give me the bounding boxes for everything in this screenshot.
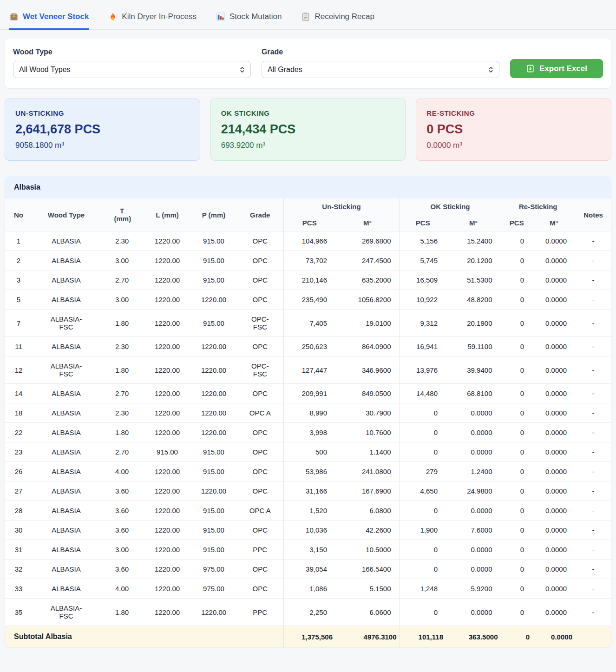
- cell-t-mm: 3.60: [100, 520, 144, 540]
- cell-ok-m3: 1.2400: [446, 462, 501, 481]
- col-un-m3: M³: [335, 215, 400, 231]
- cell-re-m3: 0.0000: [532, 520, 575, 540]
- cell-no: 14: [5, 384, 33, 403]
- cell-notes: -: [575, 423, 611, 442]
- cell-ok-m3: 0.0000: [446, 560, 501, 579]
- cell-grade: OPC: [237, 251, 283, 270]
- cell-re-pcs: 0: [501, 290, 532, 310]
- tab-label: Kiln Dryer In-Process: [122, 12, 197, 21]
- ok-sticking-card: OK STICKING 214,434 PCS 693.9200 m³: [210, 99, 406, 161]
- table-row: 26ALBASIA4.001220.00915.00OPC53,986241.0…: [5, 462, 611, 481]
- tab-stock-mutation[interactable]: Stock Mutation: [216, 12, 282, 30]
- cell-un-pcs: 73,702: [283, 251, 335, 270]
- cell-un-m3: 635.2000: [335, 270, 400, 290]
- cell-ok-pcs: 0: [400, 560, 446, 579]
- cell-t-mm: 3.00: [100, 251, 144, 270]
- cell-notes: -: [575, 231, 611, 251]
- cell-un-pcs: 3,998: [283, 423, 335, 442]
- cell-grade: OPC: [237, 231, 283, 251]
- cell-wood-type: ALBASIA: [33, 423, 100, 442]
- cell-wood-type: ALBASIA-FSC: [33, 356, 100, 384]
- cell-re-pcs: 0: [501, 270, 532, 290]
- cell-re-m3: 0.0000: [532, 290, 575, 310]
- cell-t-mm: 3.00: [100, 290, 144, 310]
- cell-un-m3: 241.0800: [335, 462, 400, 481]
- table-row: 30ALBASIA3.601220.00915.00OPC10,03642.26…: [5, 520, 611, 540]
- download-icon: [526, 64, 535, 73]
- cell-re-pcs: 0: [501, 560, 532, 579]
- cell-re-pcs: 0: [501, 520, 532, 540]
- cell-un-pcs: 7,405: [283, 310, 335, 337]
- tab-wet-veneer-stock[interactable]: Wet Veneer Stock: [9, 12, 89, 30]
- cell-un-m3: 269.6800: [335, 231, 400, 251]
- wood-type-label: Wood Type: [13, 48, 251, 56]
- export-excel-button[interactable]: Export Excel: [510, 59, 603, 78]
- cell-no: 31: [5, 540, 33, 560]
- cell-un-m3: 1.1400: [335, 442, 400, 462]
- cell-un-pcs: 250,623: [283, 337, 335, 356]
- cell-re-m3: 0.0000: [532, 310, 575, 337]
- cell-ok-pcs: 0: [400, 540, 446, 560]
- cell-no: 32: [5, 560, 33, 579]
- wood-type-select[interactable]: All Wood Types: [13, 61, 251, 78]
- col-grade: Grade: [237, 198, 283, 231]
- bar-chart-icon: [216, 12, 225, 21]
- table-row: 28ALBASIA3.601220.00915.00OPC A1,5206.08…: [5, 501, 611, 520]
- cell-ok-m3: 0.0000: [446, 442, 501, 462]
- cell-re-pcs: 0: [501, 540, 532, 560]
- cell-un-pcs: 39,054: [283, 560, 335, 579]
- cell-re-m3: 0.0000: [532, 270, 575, 290]
- cell-un-pcs: 127,447: [283, 356, 335, 384]
- cell-t-mm: 2.30: [100, 403, 144, 423]
- cell-ok-m3: 15.2400: [446, 231, 501, 251]
- cell-no: 33: [5, 579, 33, 599]
- cell-p-mm: 1220.00: [190, 403, 237, 423]
- cell-notes: -: [575, 481, 611, 501]
- chevron-updown-icon: [239, 66, 246, 73]
- cell-l-mm: 1220.00: [144, 501, 190, 520]
- col-ok-pcs: PCS: [400, 215, 446, 231]
- cell-l-mm: 1220.00: [144, 290, 190, 310]
- tab-label: Stock Mutation: [229, 12, 282, 21]
- cell-un-m3: 6.0800: [335, 501, 400, 520]
- cell-ok-pcs: 279: [400, 462, 446, 481]
- cell-wood-type: ALBASIA: [33, 501, 100, 520]
- tab-kiln-dryer-in-process[interactable]: Kiln Dryer In-Process: [108, 12, 197, 30]
- cell-un-pcs: 10,036: [283, 520, 335, 540]
- cell-re-m3: 0.0000: [532, 403, 575, 423]
- tab-receiving-recap[interactable]: Receiving Recap: [301, 12, 374, 30]
- cell-un-pcs: 3,150: [283, 540, 335, 560]
- cell-re-pcs: 0: [501, 337, 532, 356]
- cell-re-pcs: 0: [501, 251, 532, 270]
- table-row: 2ALBASIA3.001220.00915.00OPC73,702247.45…: [5, 251, 611, 270]
- section-header-albasia: Albasia: [5, 176, 611, 198]
- cell-t-mm: 2.70: [100, 270, 144, 290]
- cell-wood-type: ALBASIA: [33, 231, 100, 251]
- chevron-updown-icon: [487, 66, 494, 73]
- group-un-sticking: Un-Sticking: [283, 198, 400, 215]
- cell-grade: OPC: [237, 579, 283, 599]
- cell-re-m3: 0.0000: [532, 384, 575, 403]
- cell-t-mm: 3.60: [100, 501, 144, 520]
- cell-no: 1: [5, 231, 33, 251]
- card-volume: 9058.1800 m³: [15, 141, 190, 150]
- group-ok-sticking: OK Sticking: [400, 198, 501, 215]
- cell-notes: -: [575, 540, 611, 560]
- cell-l-mm: 1220.00: [144, 560, 190, 579]
- subtotal-ok-m3: 363.5000: [446, 626, 501, 648]
- table-row: 5ALBASIA3.001220.001220.00OPC235,4901056…: [5, 290, 611, 310]
- cell-re-pcs: 0: [501, 579, 532, 599]
- subtotal-notes: [575, 626, 611, 648]
- grade-select[interactable]: All Grades: [262, 61, 499, 78]
- cell-no: 27: [5, 481, 33, 501]
- table-row: 22ALBASIA1.801220.001220.00OPC3,99810.76…: [5, 423, 611, 442]
- cell-un-m3: 346.9600: [335, 356, 400, 384]
- cell-re-m3: 0.0000: [532, 560, 575, 579]
- cell-un-pcs: 500: [283, 442, 335, 462]
- cell-l-mm: 1220.00: [144, 384, 190, 403]
- cell-wood-type: ALBASIA: [33, 290, 100, 310]
- cell-un-pcs: 1,520: [283, 501, 335, 520]
- cell-ok-pcs: 16,509: [400, 270, 446, 290]
- cell-t-mm: 3.60: [100, 481, 144, 501]
- cell-re-m3: 0.0000: [532, 423, 575, 442]
